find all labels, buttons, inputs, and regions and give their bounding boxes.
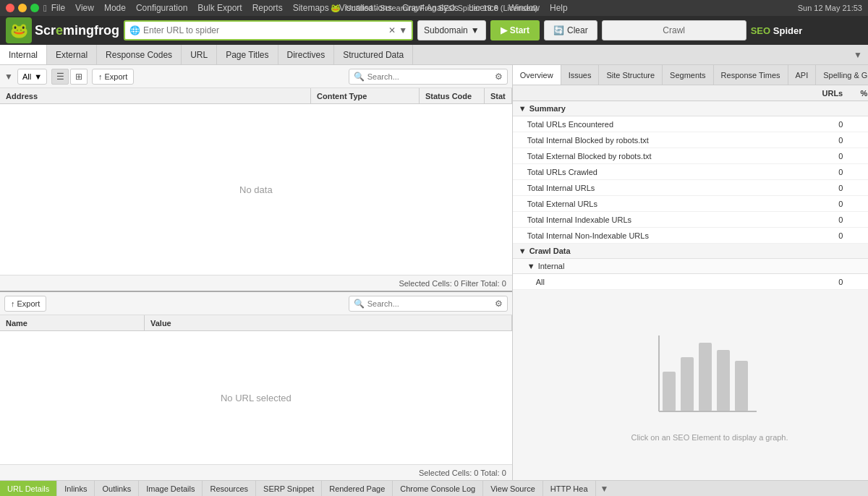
ov-row-0[interactable]: Total URLs Encountered 0 0% bbox=[513, 116, 868, 132]
view-toggle: ☰ ⊞ bbox=[51, 69, 88, 85]
traffic-lights bbox=[6, 4, 39, 12]
search-input[interactable] bbox=[367, 72, 492, 81]
ov-row-3[interactable]: Total URLs Crawled 0 0% bbox=[513, 164, 868, 180]
detail-footer-text: Selected Cells: 0 Total: 0 bbox=[419, 469, 506, 477]
minimize-button[interactable] bbox=[18, 4, 27, 12]
detail-filter-icon[interactable]: ⚙ bbox=[495, 299, 503, 309]
tab-directives[interactable]: Directives bbox=[278, 45, 335, 64]
ov-row-5[interactable]: Total External URLs 0 0% bbox=[513, 196, 868, 212]
ov-tab-overview[interactable]: Overview bbox=[513, 65, 561, 85]
clear-button[interactable]: 🔄 Clear bbox=[544, 20, 597, 40]
ov-tab-issues[interactable]: Issues bbox=[561, 65, 600, 85]
ov-row-1[interactable]: Total Internal Blocked by robots.txt 0 0… bbox=[513, 132, 868, 148]
globe-icon: 🌐 bbox=[129, 25, 140, 35]
url-bar[interactable]: 🌐 ✕ ▼ bbox=[124, 20, 413, 40]
filter-options-icon[interactable]: ⚙ bbox=[495, 72, 503, 82]
tab-more-icon[interactable]: ▼ bbox=[848, 45, 868, 64]
menu-item-mode[interactable]: Mode bbox=[104, 3, 126, 13]
start-button[interactable]: ▶ Start bbox=[490, 20, 540, 40]
main-table-section: ▼ All ▼ ☰ ⊞ ↑ Export bbox=[0, 65, 512, 292]
bottom-tab-serp-snippet[interactable]: SERP Snippet bbox=[256, 481, 322, 496]
detail-export-button[interactable]: ↑ Export bbox=[4, 296, 46, 312]
menu-item-help[interactable]: Help bbox=[550, 3, 568, 13]
logo-text: Scremingfrog bbox=[35, 23, 119, 38]
bottom-tab-more-icon[interactable]: ▼ bbox=[596, 481, 613, 496]
url-clear-icon[interactable]: ✕ bbox=[388, 25, 396, 35]
tab-response-codes[interactable]: Response Codes bbox=[97, 45, 182, 64]
play-icon: ▶ bbox=[501, 25, 507, 35]
tab-structured-data[interactable]: Structured Data bbox=[334, 45, 413, 64]
menu-item-config[interactable]: Configuration bbox=[136, 3, 187, 13]
detail-table-body: No URL selected bbox=[0, 331, 512, 464]
clear-icon: 🔄 bbox=[553, 25, 564, 35]
tab-internal[interactable]: Internal bbox=[0, 45, 47, 64]
search-box[interactable]: 🔍 ⚙ bbox=[349, 69, 508, 85]
bottom-tab-outlinks[interactable]: Outlinks bbox=[95, 481, 139, 496]
export-button[interactable]: ↑ Export bbox=[92, 69, 134, 85]
bar-5 bbox=[735, 361, 748, 411]
ov-row-6[interactable]: Total Internal Indexable URLs 0 0% bbox=[513, 212, 868, 228]
menu-item-reports[interactable]: Reports bbox=[252, 3, 283, 13]
menu-item-view[interactable]: View bbox=[75, 3, 94, 13]
bottom-tab-inlinks[interactable]: Inlinks bbox=[57, 481, 95, 496]
tab-external[interactable]: External bbox=[47, 45, 97, 64]
main-tabbar: Internal External Response Codes URL Pag… bbox=[0, 45, 868, 65]
tab-url[interactable]: URL bbox=[182, 45, 217, 64]
no-url-label: No URL selected bbox=[221, 393, 292, 403]
ov-tab-response-times[interactable]: Response Times bbox=[714, 65, 788, 85]
grid-view-button[interactable]: ⊞ bbox=[70, 69, 88, 85]
ov-tab-api[interactable]: API bbox=[788, 65, 817, 85]
ov-row-7[interactable]: Total Internal Non-Indexable URLs 0 0% bbox=[513, 228, 868, 244]
detail-search-icon: 🔍 bbox=[354, 299, 365, 309]
crawl-data-label: Crawl Data bbox=[529, 247, 571, 255]
filter-select[interactable]: All ▼ bbox=[17, 69, 47, 85]
ov-row-2[interactable]: Total External Blocked by robots.txt 0 0… bbox=[513, 148, 868, 164]
bottom-tab-view-source[interactable]: View Source bbox=[483, 481, 543, 496]
detail-search-input[interactable] bbox=[367, 299, 492, 308]
ov-tab-segments[interactable]: Segments bbox=[663, 65, 714, 85]
menu-item-sitemaps[interactable]: Sitemaps bbox=[293, 3, 329, 13]
main-layout: ▼ All ▼ ☰ ⊞ ↑ Export bbox=[0, 65, 868, 480]
crawl-data-collapse-icon[interactable]: ▼ bbox=[519, 247, 527, 255]
search-icon: 🔍 bbox=[354, 72, 365, 82]
logo: 🐸 Scremingfrog bbox=[6, 17, 119, 43]
internal-collapse-icon[interactable]: ▼ bbox=[527, 262, 535, 270]
ov-tab-spelling[interactable]: Spelling & Gram bbox=[816, 65, 868, 85]
table-footer-text: Selected Cells: 0 Filter Total: 0 bbox=[399, 279, 506, 288]
bottom-tab-url-details[interactable]: URL Details bbox=[0, 481, 57, 496]
graph-area: Click on an SEO Element to display a gra… bbox=[513, 290, 868, 480]
ov-row-4[interactable]: Total Internal URLs 0 0% bbox=[513, 180, 868, 196]
close-button[interactable] bbox=[6, 4, 14, 12]
bottom-tab-http-headers[interactable]: HTTP Hea bbox=[543, 481, 596, 496]
crawl-data-section-header: ▼ Crawl Data bbox=[513, 244, 868, 259]
tab-page-titles[interactable]: Page Titles bbox=[217, 45, 278, 64]
bottom-tab-resources[interactable]: Resources bbox=[203, 481, 256, 496]
summary-collapse-icon[interactable]: ▼ bbox=[519, 104, 527, 113]
url-dropdown-icon[interactable]: ▼ bbox=[399, 25, 407, 35]
subdomain-chevron-icon: ▼ bbox=[471, 25, 480, 35]
graph-placeholder-label: Click on an SEO Element to display a gra… bbox=[631, 433, 788, 442]
bottom-tab-rendered-page[interactable]: Rendered Page bbox=[322, 481, 393, 496]
ov-col-pct: % of Total bbox=[848, 85, 868, 101]
ov-tab-site-structure[interactable]: Site Structure bbox=[599, 65, 663, 85]
detail-footer: Selected Cells: 0 Total: 0 bbox=[0, 464, 512, 480]
maximize-button[interactable] bbox=[30, 4, 39, 12]
ov-col-empty bbox=[513, 85, 805, 101]
bottom-tab-image-details[interactable]: Image Details bbox=[139, 481, 203, 496]
menu-item-file[interactable]: File bbox=[51, 3, 65, 13]
ov-row-all[interactable]: All 0 0% bbox=[513, 274, 868, 290]
col-header-value: Value bbox=[145, 315, 512, 330]
internal-section-header: ▼ Internal bbox=[513, 259, 868, 274]
detail-search-box[interactable]: 🔍 ⚙ bbox=[349, 296, 508, 312]
col-header-content-type: Content Type bbox=[311, 88, 420, 103]
detail-filter-bar: ↑ Export 🔍 ⚙ bbox=[0, 292, 512, 315]
menu-item-bulk[interactable]: Bulk Export bbox=[197, 3, 242, 13]
bottom-tab-chrome-console[interactable]: Chrome Console Log bbox=[393, 481, 483, 496]
bar-4 bbox=[717, 350, 730, 411]
list-view-button[interactable]: ☰ bbox=[51, 69, 69, 85]
bar-chart bbox=[655, 328, 764, 422]
url-input[interactable] bbox=[143, 25, 386, 35]
subdomain-select[interactable]: Subdomain ▼ bbox=[417, 20, 486, 40]
table-header: Address Content Type Status Code Stat bbox=[0, 88, 512, 104]
col-header-status: Status Code bbox=[420, 88, 485, 103]
